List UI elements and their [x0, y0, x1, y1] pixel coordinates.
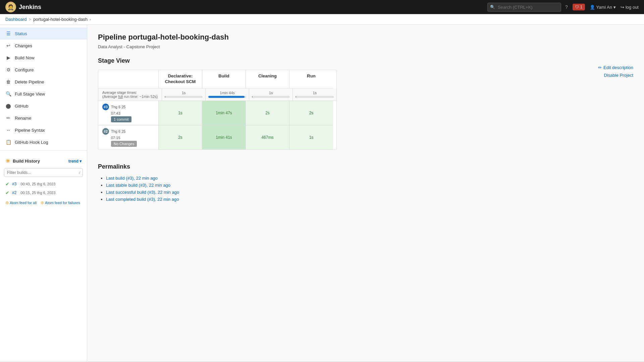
sidebar-item-delete-pipeline[interactable]: 🗑 Delete Pipeline — [0, 76, 87, 88]
trend-button[interactable]: trend ▾ — [68, 159, 82, 164]
commit-button-build3[interactable]: 1 commit — [111, 116, 131, 122]
build-link-2[interactable]: #2 — [12, 190, 16, 195]
build-history-header: ☀ Build History trend ▾ — [0, 155, 87, 167]
sidebar-item-configure[interactable]: ⚙ Configure — [0, 64, 87, 76]
filter-builds-input[interactable] — [4, 168, 83, 177]
sidebar-item-label: Status — [15, 31, 27, 36]
avg-time-run: 1s — [293, 88, 336, 101]
avg-label: Average stage times: (Average full run t… — [98, 88, 162, 101]
build3-badge-row: #3 Thg 6 25 — [102, 104, 154, 110]
main-content: ✏ Edit description Disable Project Pipel… — [87, 25, 644, 361]
permalink-last-successful-build[interactable]: Last successful build (#3), 22 min ago — [106, 190, 179, 195]
logout-button[interactable]: ↪ log out — [621, 5, 639, 10]
edit-description-link[interactable]: ✏ Edit description — [598, 65, 633, 70]
page-title: Pipeline portugal-hotel-booking-dash — [98, 33, 633, 42]
sidebar-item-label: Full Stage View — [15, 92, 45, 97]
page-description: Data Analyst - Capstone Project — [98, 44, 633, 49]
list-item: Last successful build (#3), 22 min ago — [106, 190, 633, 195]
status-icon: ☰ — [5, 31, 11, 37]
sidebar-item-changes[interactable]: ↩ Changes — [0, 40, 87, 52]
sidebar-item-rename[interactable]: ✏ Rename — [0, 112, 87, 124]
stage-cell-build3-checkout[interactable]: 1s — [159, 101, 202, 125]
stage-cell-build3-build[interactable]: 1min 47s — [202, 101, 246, 125]
stage-cell-build3-cleaning[interactable]: 2s — [246, 101, 289, 125]
topbar: 🤵 Jenkins 🔍 ? 🛡 1 👤 Yami An ▾ ↪ log out — [0, 0, 644, 14]
progress-bar-build — [208, 96, 246, 98]
stage-cell-build2-run[interactable]: 1s — [289, 125, 333, 149]
build-history-sun-icon: ☀ — [5, 158, 10, 164]
sidebar-item-github-hook-log[interactable]: 📋 GitHub Hook Log — [0, 136, 87, 148]
sidebar-item-label: GitHub Hook Log — [15, 140, 48, 145]
topbar-actions: ? 🛡 1 👤 Yami An ▾ ↪ log out — [565, 4, 639, 10]
build2-badge-row: #2 Thg 6 25 — [102, 128, 154, 135]
permalink-last-build[interactable]: Last build (#3), 22 min ago — [106, 176, 158, 181]
topbar-logo[interactable]: 🤵 Jenkins — [5, 2, 41, 12]
stage-header-cleaning: Cleaning — [246, 70, 289, 88]
security-badge[interactable]: 🛡 1 — [573, 4, 585, 10]
stage-cell-build3-run[interactable]: 2s — [289, 101, 333, 125]
sidebar-item-label: GitHub — [15, 104, 28, 109]
security-count: 1 — [580, 5, 583, 9]
build-time-2: 00:15, 25 thg 6, 2023 — [20, 191, 55, 195]
avg-label-text1: Average stage times: — [102, 90, 158, 95]
atom-feeds: ⊛ Atom feed for all ⊛ Atom feed for fail… — [0, 198, 87, 207]
sidebar-item-label: Changes — [15, 43, 32, 48]
progress-bar-cleaning — [252, 96, 290, 98]
build-success-icon: ✔ — [5, 181, 9, 187]
trend-label: trend — [68, 159, 78, 164]
breadcrumb-sep: > — [29, 17, 32, 22]
sidebar-item-build-now[interactable]: ▶ Build Now — [0, 52, 87, 64]
sidebar-item-label: Pipeline Syntax — [15, 128, 45, 133]
sidebar-item-label: Build Now — [15, 55, 35, 60]
list-item: ✔ #3 00:43, 25 thg 6, 2023 — [0, 180, 87, 188]
jenkins-logo-icon: 🤵 — [5, 2, 16, 12]
edit-description-label: Edit description — [603, 65, 633, 70]
atom-feed-all-link[interactable]: ⊛ Atom feed for all — [5, 200, 37, 205]
build3-badge[interactable]: #3 — [102, 104, 109, 110]
stage-view-container: Declarative: Checkout SCM Build Cleaning… — [98, 70, 337, 150]
configure-icon: ⚙ — [5, 67, 11, 73]
list-item: Last completed build (#3), 22 min ago — [106, 197, 633, 202]
sidebar-item-full-stage-view[interactable]: 🔍 Full Stage View — [0, 88, 87, 100]
user-menu[interactable]: 👤 Yami An ▾ — [590, 5, 616, 10]
no-changes-button-build2[interactable]: No Changes — [111, 141, 137, 147]
stage-header-run: Run — [289, 70, 333, 88]
search-input[interactable] — [487, 3, 561, 12]
stage-cell-build2-build[interactable]: 1min 41s — [202, 125, 246, 149]
atom-feed-all-label: Atom feed for all — [10, 201, 37, 205]
build2-badge[interactable]: #2 — [102, 128, 109, 135]
avg-time-cleaning: 1s — [249, 88, 293, 101]
sidebar-item-label: Configure — [15, 67, 34, 72]
breadcrumb: Dashboard > portugal-hotel-booking-dash … — [0, 14, 644, 25]
table-row: #3 Thg 6 25 07:43 1 commit 1s 1min 47s 2… — [98, 101, 336, 125]
topbar-logo-text: Jenkins — [19, 4, 41, 11]
build-link-3[interactable]: #3 — [12, 182, 16, 186]
list-item: ✔ #2 00:15, 25 thg 6, 2023 — [0, 188, 87, 197]
search-icon: 🔍 — [490, 5, 495, 9]
changes-icon: ↩ — [5, 43, 11, 49]
sidebar-item-github[interactable]: ⬤ GitHub — [0, 100, 87, 112]
user-icon: 👤 — [590, 5, 595, 10]
shield-icon: 🛡 — [575, 5, 579, 9]
sidebar-item-status[interactable]: ☰ Status — [0, 27, 87, 40]
sidebar-item-pipeline-syntax[interactable]: ↔ Pipeline Syntax — [0, 124, 87, 136]
user-name: Yami An — [596, 5, 612, 10]
stage-cell-build2-checkout[interactable]: 2s — [159, 125, 202, 149]
disable-project-link[interactable]: Disable Project — [604, 73, 633, 78]
atom-feed-failures-link[interactable]: ⊛ Atom feed for failures — [41, 200, 80, 205]
pencil-icon: ✏ — [598, 65, 602, 70]
build-history-label: Build History — [13, 159, 40, 164]
build-time-3: 00:43, 25 thg 6, 2023 — [20, 182, 55, 186]
chevron-down-icon: ▾ — [613, 5, 616, 10]
permalink-last-stable-build[interactable]: Last stable build (#3), 22 min ago — [106, 183, 170, 188]
build-now-icon: ▶ — [5, 55, 11, 61]
stage-cell-build2-cleaning[interactable]: 467ms — [246, 125, 289, 149]
avg-label-text2: (Average full run time: ~1min 52s) — [102, 95, 158, 99]
build-success-icon: ✔ — [5, 190, 9, 195]
build-filter: / — [4, 168, 83, 177]
progress-bar-run — [296, 96, 334, 98]
breadcrumb-dashboard[interactable]: Dashboard — [5, 17, 27, 22]
help-icon[interactable]: ? — [565, 4, 568, 10]
permalink-last-completed-build[interactable]: Last completed build (#3), 22 min ago — [106, 197, 179, 202]
permalinks-title: Permalinks — [98, 163, 633, 170]
